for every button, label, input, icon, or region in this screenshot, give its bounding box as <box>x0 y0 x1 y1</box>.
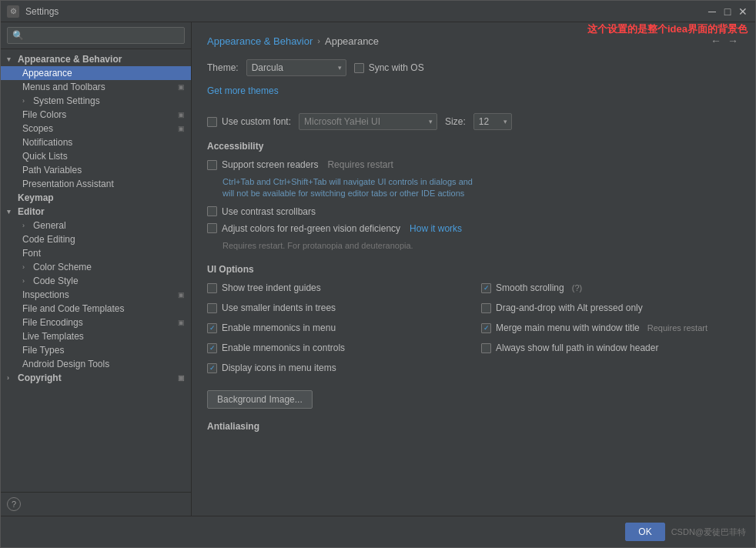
sidebar-item-system-settings[interactable]: › System Settings <box>1 94 191 108</box>
sidebar-item-color-scheme[interactable]: › Color Scheme <box>1 260 191 274</box>
get-more-themes-link[interactable]: Get more themes <box>207 85 279 96</box>
merge-requires-restart: Requires restart <box>647 323 707 332</box>
content-panel: 这个设置的是整个idea界面的背景色 Appearance & Behavior… <box>192 22 755 516</box>
antialiasing-section: Antialiasing <box>207 421 740 432</box>
group-header-keymap[interactable]: Keymap <box>1 191 191 205</box>
maximize-button[interactable]: □ <box>721 5 734 18</box>
show-tree-guides-checkbox[interactable] <box>207 283 217 293</box>
breadcrumb: Appearance & Behavior › Appearance ← → <box>207 35 740 47</box>
group-editor: ▾ Editor › General Code Editing Font <box>1 205 191 371</box>
enable-mnemonics-menu-checkbox[interactable] <box>207 323 217 333</box>
chevron-right-icon-general: › <box>22 222 30 229</box>
minimize-button[interactable]: ─ <box>706 5 718 18</box>
sidebar-item-font[interactable]: Font <box>1 246 191 260</box>
sidebar-item-scopes[interactable]: Scopes ▣ <box>1 122 191 135</box>
adjust-colors-checkbox[interactable] <box>207 223 217 233</box>
group-header-copyright[interactable]: › Copyright ▣ <box>1 371 191 385</box>
sidebar-item-path-variables[interactable]: Path Variables <box>1 163 191 177</box>
sidebar-item-label-android: Android Design Tools <box>22 359 109 369</box>
sidebar-item-menus-toolbars[interactable]: Menus and Toolbars ▣ <box>1 80 191 94</box>
sync-os-checkbox[interactable] <box>354 63 364 73</box>
sidebar-tree: ▾ Appearance & Behavior Appearance Menus… <box>1 49 191 492</box>
ui-options-left-4: Enable mnemonics in controls <box>207 342 466 359</box>
nav-forward-button[interactable]: → <box>726 35 740 47</box>
title-bar: ⚙ Settings ─ □ ✕ <box>1 1 755 22</box>
breadcrumb-item-1[interactable]: Appearance & Behavior <box>207 35 313 47</box>
sidebar-item-notifications[interactable]: Notifications <box>1 135 191 149</box>
size-select[interactable]: 12 <box>473 113 512 130</box>
accessibility-title: Accessibility <box>207 141 740 152</box>
group-label-copyright: Copyright <box>18 373 62 383</box>
drag-drop-checkbox[interactable] <box>481 303 491 313</box>
settings-window: ⚙ Settings ─ □ ✕ ▾ Appearance & Behavior <box>0 0 756 548</box>
help-button[interactable]: ? <box>7 497 21 511</box>
ui-options-right: Smooth scrolling (?) <box>481 282 740 299</box>
sidebar-item-label-file-colors: File Colors <box>22 109 66 120</box>
sidebar-item-appearance[interactable]: Appearance <box>1 66 191 80</box>
smooth-scrolling-row: Smooth scrolling (?) <box>481 282 740 293</box>
support-readers-checkbox[interactable] <box>207 160 217 170</box>
ui-options-left-3: Enable mnemonics in menu <box>207 322 466 339</box>
ui-options-title: UI Options <box>207 264 740 275</box>
theme-select-wrapper: Darcula ▾ <box>246 59 346 76</box>
sidebar-item-file-types[interactable]: File Types <box>1 343 191 357</box>
smooth-scrolling-icon: (?) <box>572 283 582 292</box>
sidebar-item-label-system: System Settings <box>33 95 100 106</box>
smaller-indents-checkbox[interactable] <box>207 303 217 313</box>
accessibility-section: Accessibility Support screen readers Req… <box>207 141 740 252</box>
ui-options-right-4: Always show full path in window header <box>481 342 740 359</box>
group-header-appearance-behavior[interactable]: ▾ Appearance & Behavior <box>1 52 191 66</box>
font-select[interactable]: Microsoft YaHei UI <box>299 113 437 130</box>
close-button[interactable]: ✕ <box>737 5 749 18</box>
theme-select[interactable]: Darcula <box>246 59 346 76</box>
smooth-scrolling-label: Smooth scrolling <box>496 282 564 293</box>
sidebar-item-inspections[interactable]: Inspections ▣ <box>1 288 191 302</box>
badge-icon-copyright: ▣ <box>178 374 185 382</box>
merge-menu-checkbox[interactable] <box>481 323 491 333</box>
sidebar-item-label-notifications: Notifications <box>22 137 72 148</box>
ui-options-right-2: Drag-and-drop with Alt pressed only <box>481 302 740 319</box>
sidebar-item-file-colors[interactable]: File Colors ▣ <box>1 108 191 122</box>
always-show-path-checkbox[interactable] <box>481 343 491 353</box>
sidebar-item-quick-lists[interactable]: Quick Lists <box>1 149 191 163</box>
theme-row: Theme: Darcula ▾ Sync with OS <box>207 59 740 76</box>
chevron-right-icon: › <box>22 97 30 105</box>
sidebar-item-code-style[interactable]: › Code Style <box>1 274 191 288</box>
breadcrumb-separator: › <box>317 36 320 45</box>
background-image-button[interactable]: Background Image... <box>207 390 313 409</box>
sidebar-item-file-code-templates[interactable]: File and Code Templates <box>1 302 191 316</box>
custom-font-checkbox[interactable] <box>207 117 217 127</box>
enable-mnemonics-controls-checkbox[interactable] <box>207 343 217 353</box>
badge-icon-menus: ▣ <box>178 83 185 91</box>
ui-options-right-3: Merge main menu with window title Requir… <box>481 322 740 339</box>
sidebar-item-file-encodings[interactable]: File Encodings ▣ <box>1 316 191 329</box>
badge-icon-file-encodings: ▣ <box>178 319 185 326</box>
bottom-bar: OK CSDN@爱徒巴菲特 <box>1 516 755 547</box>
enable-mnemonics-controls-row: Enable mnemonics in controls <box>207 342 466 353</box>
show-tree-guides-label: Show tree indent guides <box>222 282 321 293</box>
badge-icon-file-colors: ▣ <box>178 111 185 119</box>
display-icons-checkbox[interactable] <box>207 363 217 373</box>
merge-menu-label: Merge main menu with window title <box>496 322 640 333</box>
contrast-scrollbars-checkbox[interactable] <box>207 206 217 216</box>
sidebar-item-live-templates[interactable]: Live Templates <box>1 329 191 343</box>
how-it-works-link[interactable]: How it works <box>410 223 462 234</box>
group-header-editor[interactable]: ▾ Editor <box>1 205 191 219</box>
ui-options-left-2: Use smaller indents in trees <box>207 302 466 319</box>
sidebar-item-general[interactable]: › General <box>1 219 191 232</box>
sidebar-item-code-editing[interactable]: Code Editing <box>1 232 191 246</box>
sidebar-item-label-file-code-templates: File and Code Templates <box>22 303 125 314</box>
antialiasing-title: Antialiasing <box>207 421 740 432</box>
smooth-scrolling-checkbox[interactable] <box>481 283 491 293</box>
enable-mnemonics-controls-label: Enable mnemonics in controls <box>222 342 345 353</box>
sidebar-item-presentation-assistant[interactable]: Presentation Assistant <box>1 177 191 191</box>
nav-back-button[interactable]: ← <box>709 35 723 47</box>
chevron-right-icon-style: › <box>22 277 30 285</box>
search-input[interactable] <box>7 27 185 44</box>
adjust-desc: Requires restart. For protanopia and deu… <box>207 240 740 252</box>
custom-font-check-row: Use custom font: <box>207 116 291 127</box>
sidebar-item-label-scopes: Scopes <box>22 123 53 134</box>
display-icons-row: Display icons in menu items <box>207 363 466 373</box>
sidebar-item-android-design-tools[interactable]: Android Design Tools <box>1 357 191 371</box>
ok-button[interactable]: OK <box>625 523 664 541</box>
